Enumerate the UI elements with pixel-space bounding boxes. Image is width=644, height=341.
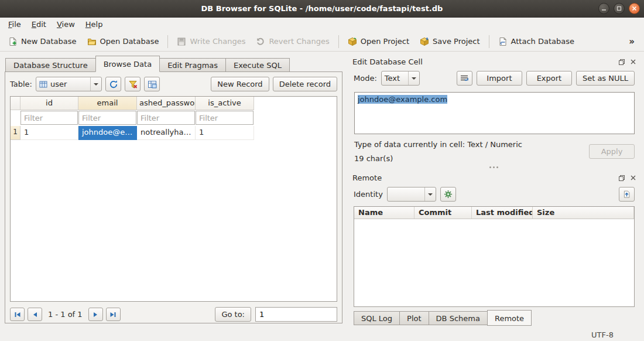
table-select-value: user xyxy=(50,80,67,88)
float-dock-icon[interactable] xyxy=(617,173,626,183)
record-range-label: 1 - 1 of 1 xyxy=(45,310,85,319)
open-project-button[interactable]: Open Project xyxy=(343,34,414,49)
save-results-button[interactable] xyxy=(144,77,160,91)
refresh-button[interactable] xyxy=(105,77,121,91)
cell-info: Type of data currently in cell: Text / N… xyxy=(348,134,639,163)
menu-file[interactable]: File xyxy=(3,18,26,32)
toolbar-overflow-button[interactable]: » xyxy=(623,35,640,48)
save-project-button[interactable]: Save Project xyxy=(415,34,485,49)
open-database-icon xyxy=(87,37,97,46)
remote-table-header: Name Commit Last modified Size xyxy=(354,207,634,219)
menu-help[interactable]: Help xyxy=(80,18,108,32)
goto-input[interactable] xyxy=(255,307,337,322)
identity-settings-button[interactable] xyxy=(440,187,456,202)
delete-record-button[interactable]: Delete record xyxy=(273,77,337,91)
first-record-icon xyxy=(14,311,21,318)
save-project-icon xyxy=(420,37,429,46)
previous-record-icon xyxy=(32,311,39,318)
toolbar-label: Attach Database xyxy=(511,37,574,46)
menu-view[interactable]: View xyxy=(52,18,80,32)
previous-record-button[interactable] xyxy=(28,308,42,321)
cell-id[interactable]: 1 xyxy=(20,126,78,140)
tab-edit-pragmas[interactable]: Edit Pragmas xyxy=(159,58,226,72)
word-wrap-icon xyxy=(460,74,469,83)
close-dock-icon[interactable] xyxy=(628,57,638,67)
remote-column-size[interactable]: Size xyxy=(533,207,634,219)
next-record-button[interactable] xyxy=(88,308,103,321)
right-panel: Edit Database Cell Mode: Text xyxy=(348,56,639,328)
menu-edit[interactable]: Edit xyxy=(26,18,52,32)
remote-column-name[interactable]: Name xyxy=(354,207,415,219)
titlebar: DB Browser for SQLite - /home/user/code/… xyxy=(0,0,644,18)
close-dock-icon[interactable] xyxy=(628,173,638,183)
filter-corner xyxy=(11,110,20,126)
encoding-label: UTF-8 xyxy=(591,330,614,339)
revert-changes-icon xyxy=(256,37,265,46)
browse-data-panel: Table: user xyxy=(5,71,342,323)
column-header-is-active[interactable]: is_active xyxy=(196,97,254,110)
remote-column-last-modified[interactable]: Last modified xyxy=(472,207,533,219)
edit-cell-title: Edit Database Cell xyxy=(352,57,615,66)
edit-cell-dock-titlebar: Edit Database Cell xyxy=(348,56,639,68)
data-grid: id email ashed_passwor is_active 1 xyxy=(10,96,337,302)
save-results-icon xyxy=(148,80,157,89)
write-changes-button[interactable]: Write Changes xyxy=(172,34,250,49)
new-record-button[interactable]: New Record xyxy=(211,77,269,91)
write-changes-icon xyxy=(177,37,186,46)
cell-editor[interactable]: johndoe@example.com xyxy=(354,92,635,134)
column-header-id[interactable]: id xyxy=(20,97,78,110)
filter-input-email[interactable] xyxy=(78,111,136,125)
tab-db-schema[interactable]: DB Schema xyxy=(429,311,488,325)
remote-file-table: Name Commit Last modified Size xyxy=(354,206,635,307)
open-database-button[interactable]: Open Database xyxy=(83,34,164,49)
tab-sql-log[interactable]: SQL Log xyxy=(354,311,400,325)
goto-button[interactable]: Go to: xyxy=(215,307,251,322)
splitter-handle[interactable] xyxy=(348,163,639,172)
float-dock-icon[interactable] xyxy=(617,57,626,67)
toolbar-separator xyxy=(489,35,489,48)
tab-remote[interactable]: Remote xyxy=(487,310,532,326)
maximize-icon[interactable] xyxy=(614,3,625,14)
cell-email-selected[interactable]: johndoe@e… xyxy=(78,126,137,140)
close-icon[interactable] xyxy=(629,3,640,14)
set-as-null-button[interactable]: Set as NULL xyxy=(576,71,635,86)
goto-group: Go to: xyxy=(215,307,337,322)
toolbar-separator xyxy=(167,35,168,48)
column-header-hashed-password[interactable]: ashed_passwor xyxy=(137,97,196,110)
column-header-email[interactable]: email xyxy=(78,97,137,110)
filter-input-id[interactable] xyxy=(20,111,78,125)
table-row: 1 1 johndoe@e… notreallyha… 1 xyxy=(11,126,337,140)
grid-header-row: id email ashed_passwor is_active xyxy=(11,97,337,110)
chevron-down-icon xyxy=(424,187,433,201)
tab-database-structure[interactable]: Database Structure xyxy=(5,58,96,72)
record-navigation: 1 - 1 of 1 Go to: xyxy=(5,302,342,323)
table-select[interactable]: user xyxy=(36,77,102,91)
minimize-icon[interactable] xyxy=(598,3,609,14)
clear-filters-button[interactable] xyxy=(125,77,141,91)
import-button[interactable]: Import xyxy=(477,71,522,86)
tab-execute-sql[interactable]: Execute SQL xyxy=(225,58,290,72)
remote-column-commit[interactable]: Commit xyxy=(415,207,472,219)
grid-corner xyxy=(11,97,20,110)
upload-database-button[interactable] xyxy=(619,187,635,202)
last-record-button[interactable] xyxy=(106,308,121,321)
identity-label: Identity xyxy=(354,190,383,199)
attach-database-button[interactable]: Attach Database xyxy=(494,34,579,49)
export-button[interactable]: Export xyxy=(526,71,572,86)
apply-button[interactable]: Apply xyxy=(589,144,635,159)
tab-plot[interactable]: Plot xyxy=(399,311,429,325)
tab-browse-data[interactable]: Browse Data xyxy=(95,56,160,72)
new-database-button[interactable]: New Database xyxy=(4,34,81,49)
filter-input-hashed-password[interactable] xyxy=(137,111,195,125)
row-number[interactable]: 1 xyxy=(11,126,20,140)
attach-database-icon xyxy=(498,37,508,46)
identity-select[interactable] xyxy=(387,187,436,202)
bottom-dock-tab-bar: SQL Log Plot DB Schema Remote xyxy=(354,311,635,327)
first-record-button[interactable] xyxy=(10,308,25,321)
cell-is-active[interactable]: 1 xyxy=(196,126,254,140)
mode-select[interactable]: Text xyxy=(381,71,420,86)
word-wrap-button[interactable] xyxy=(457,71,472,86)
cell-hashed-password[interactable]: notreallyha… xyxy=(137,126,196,140)
filter-input-is-active[interactable] xyxy=(196,111,254,125)
revert-changes-button[interactable]: Revert Changes xyxy=(251,34,334,49)
